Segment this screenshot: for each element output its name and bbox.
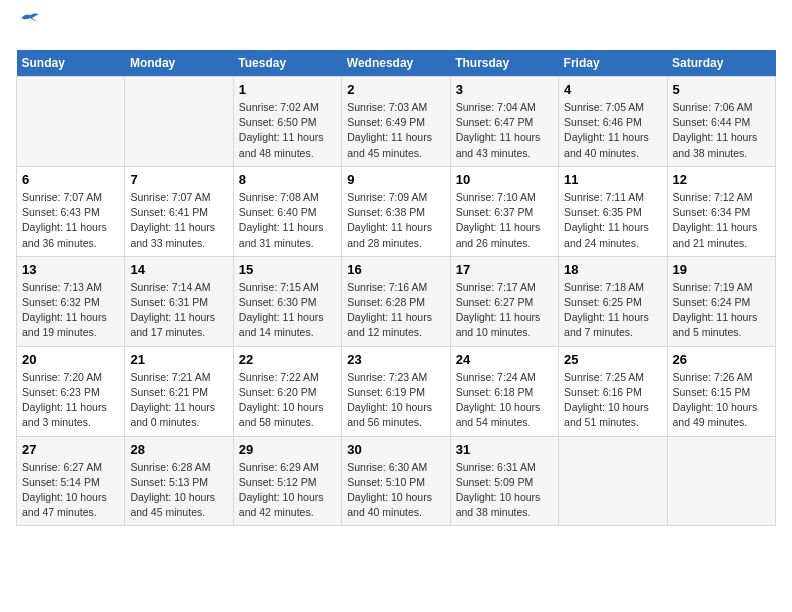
- day-number: 6: [22, 172, 119, 187]
- day-cell: 7Sunrise: 7:07 AM Sunset: 6:41 PM Daylig…: [125, 166, 233, 256]
- day-cell: [17, 77, 125, 167]
- day-cell: 21Sunrise: 7:21 AM Sunset: 6:21 PM Dayli…: [125, 346, 233, 436]
- day-info: Sunrise: 7:11 AM Sunset: 6:35 PM Dayligh…: [564, 190, 661, 251]
- day-number: 19: [673, 262, 770, 277]
- calendar-table: SundayMondayTuesdayWednesdayThursdayFrid…: [16, 50, 776, 526]
- day-number: 21: [130, 352, 227, 367]
- day-cell: 11Sunrise: 7:11 AM Sunset: 6:35 PM Dayli…: [559, 166, 667, 256]
- day-number: 5: [673, 82, 770, 97]
- header-row: SundayMondayTuesdayWednesdayThursdayFrid…: [17, 50, 776, 77]
- day-number: 16: [347, 262, 444, 277]
- day-number: 7: [130, 172, 227, 187]
- week-row-1: 1Sunrise: 7:02 AM Sunset: 6:50 PM Daylig…: [17, 77, 776, 167]
- day-cell: 19Sunrise: 7:19 AM Sunset: 6:24 PM Dayli…: [667, 256, 775, 346]
- day-number: 2: [347, 82, 444, 97]
- day-number: 18: [564, 262, 661, 277]
- day-number: 14: [130, 262, 227, 277]
- col-header-saturday: Saturday: [667, 50, 775, 77]
- day-number: 11: [564, 172, 661, 187]
- day-cell: 9Sunrise: 7:09 AM Sunset: 6:38 PM Daylig…: [342, 166, 450, 256]
- day-info: Sunrise: 7:04 AM Sunset: 6:47 PM Dayligh…: [456, 100, 553, 161]
- week-row-4: 20Sunrise: 7:20 AM Sunset: 6:23 PM Dayli…: [17, 346, 776, 436]
- day-cell: 20Sunrise: 7:20 AM Sunset: 6:23 PM Dayli…: [17, 346, 125, 436]
- day-number: 30: [347, 442, 444, 457]
- day-number: 23: [347, 352, 444, 367]
- day-number: 31: [456, 442, 553, 457]
- day-info: Sunrise: 7:17 AM Sunset: 6:27 PM Dayligh…: [456, 280, 553, 341]
- day-cell: [559, 436, 667, 526]
- day-cell: 12Sunrise: 7:12 AM Sunset: 6:34 PM Dayli…: [667, 166, 775, 256]
- day-number: 22: [239, 352, 336, 367]
- week-row-5: 27Sunrise: 6:27 AM Sunset: 5:14 PM Dayli…: [17, 436, 776, 526]
- day-info: Sunrise: 7:24 AM Sunset: 6:18 PM Dayligh…: [456, 370, 553, 431]
- day-info: Sunrise: 7:26 AM Sunset: 6:15 PM Dayligh…: [673, 370, 770, 431]
- day-cell: [667, 436, 775, 526]
- day-info: Sunrise: 6:28 AM Sunset: 5:13 PM Dayligh…: [130, 460, 227, 521]
- day-info: Sunrise: 7:16 AM Sunset: 6:28 PM Dayligh…: [347, 280, 444, 341]
- day-cell: 30Sunrise: 6:30 AM Sunset: 5:10 PM Dayli…: [342, 436, 450, 526]
- day-cell: 6Sunrise: 7:07 AM Sunset: 6:43 PM Daylig…: [17, 166, 125, 256]
- day-cell: [125, 77, 233, 167]
- day-info: Sunrise: 7:18 AM Sunset: 6:25 PM Dayligh…: [564, 280, 661, 341]
- day-info: Sunrise: 7:15 AM Sunset: 6:30 PM Dayligh…: [239, 280, 336, 341]
- day-info: Sunrise: 7:03 AM Sunset: 6:49 PM Dayligh…: [347, 100, 444, 161]
- day-cell: 10Sunrise: 7:10 AM Sunset: 6:37 PM Dayli…: [450, 166, 558, 256]
- day-cell: 4Sunrise: 7:05 AM Sunset: 6:46 PM Daylig…: [559, 77, 667, 167]
- day-info: Sunrise: 7:12 AM Sunset: 6:34 PM Dayligh…: [673, 190, 770, 251]
- day-number: 20: [22, 352, 119, 367]
- col-header-sunday: Sunday: [17, 50, 125, 77]
- col-header-wednesday: Wednesday: [342, 50, 450, 77]
- day-number: 27: [22, 442, 119, 457]
- page-header: [16, 16, 776, 38]
- day-cell: 3Sunrise: 7:04 AM Sunset: 6:47 PM Daylig…: [450, 77, 558, 167]
- day-number: 15: [239, 262, 336, 277]
- day-info: Sunrise: 7:10 AM Sunset: 6:37 PM Dayligh…: [456, 190, 553, 251]
- day-cell: 27Sunrise: 6:27 AM Sunset: 5:14 PM Dayli…: [17, 436, 125, 526]
- col-header-monday: Monday: [125, 50, 233, 77]
- day-info: Sunrise: 7:25 AM Sunset: 6:16 PM Dayligh…: [564, 370, 661, 431]
- day-cell: 25Sunrise: 7:25 AM Sunset: 6:16 PM Dayli…: [559, 346, 667, 436]
- day-cell: 26Sunrise: 7:26 AM Sunset: 6:15 PM Dayli…: [667, 346, 775, 436]
- logo: [16, 16, 40, 38]
- day-number: 29: [239, 442, 336, 457]
- day-number: 25: [564, 352, 661, 367]
- day-cell: 24Sunrise: 7:24 AM Sunset: 6:18 PM Dayli…: [450, 346, 558, 436]
- day-info: Sunrise: 7:07 AM Sunset: 6:43 PM Dayligh…: [22, 190, 119, 251]
- day-cell: 8Sunrise: 7:08 AM Sunset: 6:40 PM Daylig…: [233, 166, 341, 256]
- day-number: 12: [673, 172, 770, 187]
- day-info: Sunrise: 6:27 AM Sunset: 5:14 PM Dayligh…: [22, 460, 119, 521]
- day-info: Sunrise: 7:07 AM Sunset: 6:41 PM Dayligh…: [130, 190, 227, 251]
- day-info: Sunrise: 7:02 AM Sunset: 6:50 PM Dayligh…: [239, 100, 336, 161]
- day-cell: 13Sunrise: 7:13 AM Sunset: 6:32 PM Dayli…: [17, 256, 125, 346]
- day-number: 17: [456, 262, 553, 277]
- day-info: Sunrise: 6:29 AM Sunset: 5:12 PM Dayligh…: [239, 460, 336, 521]
- day-info: Sunrise: 7:08 AM Sunset: 6:40 PM Dayligh…: [239, 190, 336, 251]
- day-number: 28: [130, 442, 227, 457]
- day-cell: 1Sunrise: 7:02 AM Sunset: 6:50 PM Daylig…: [233, 77, 341, 167]
- day-info: Sunrise: 6:30 AM Sunset: 5:10 PM Dayligh…: [347, 460, 444, 521]
- day-number: 13: [22, 262, 119, 277]
- week-row-2: 6Sunrise: 7:07 AM Sunset: 6:43 PM Daylig…: [17, 166, 776, 256]
- col-header-thursday: Thursday: [450, 50, 558, 77]
- day-cell: 5Sunrise: 7:06 AM Sunset: 6:44 PM Daylig…: [667, 77, 775, 167]
- col-header-tuesday: Tuesday: [233, 50, 341, 77]
- day-number: 24: [456, 352, 553, 367]
- day-cell: 17Sunrise: 7:17 AM Sunset: 6:27 PM Dayli…: [450, 256, 558, 346]
- logo-bird-icon: [20, 11, 40, 25]
- day-number: 26: [673, 352, 770, 367]
- day-cell: 2Sunrise: 7:03 AM Sunset: 6:49 PM Daylig…: [342, 77, 450, 167]
- day-cell: 23Sunrise: 7:23 AM Sunset: 6:19 PM Dayli…: [342, 346, 450, 436]
- day-number: 10: [456, 172, 553, 187]
- day-info: Sunrise: 6:31 AM Sunset: 5:09 PM Dayligh…: [456, 460, 553, 521]
- day-cell: 31Sunrise: 6:31 AM Sunset: 5:09 PM Dayli…: [450, 436, 558, 526]
- day-info: Sunrise: 7:19 AM Sunset: 6:24 PM Dayligh…: [673, 280, 770, 341]
- day-cell: 15Sunrise: 7:15 AM Sunset: 6:30 PM Dayli…: [233, 256, 341, 346]
- day-cell: 22Sunrise: 7:22 AM Sunset: 6:20 PM Dayli…: [233, 346, 341, 436]
- day-info: Sunrise: 7:05 AM Sunset: 6:46 PM Dayligh…: [564, 100, 661, 161]
- day-cell: 28Sunrise: 6:28 AM Sunset: 5:13 PM Dayli…: [125, 436, 233, 526]
- day-info: Sunrise: 7:13 AM Sunset: 6:32 PM Dayligh…: [22, 280, 119, 341]
- day-cell: 14Sunrise: 7:14 AM Sunset: 6:31 PM Dayli…: [125, 256, 233, 346]
- day-info: Sunrise: 7:09 AM Sunset: 6:38 PM Dayligh…: [347, 190, 444, 251]
- day-number: 1: [239, 82, 336, 97]
- week-row-3: 13Sunrise: 7:13 AM Sunset: 6:32 PM Dayli…: [17, 256, 776, 346]
